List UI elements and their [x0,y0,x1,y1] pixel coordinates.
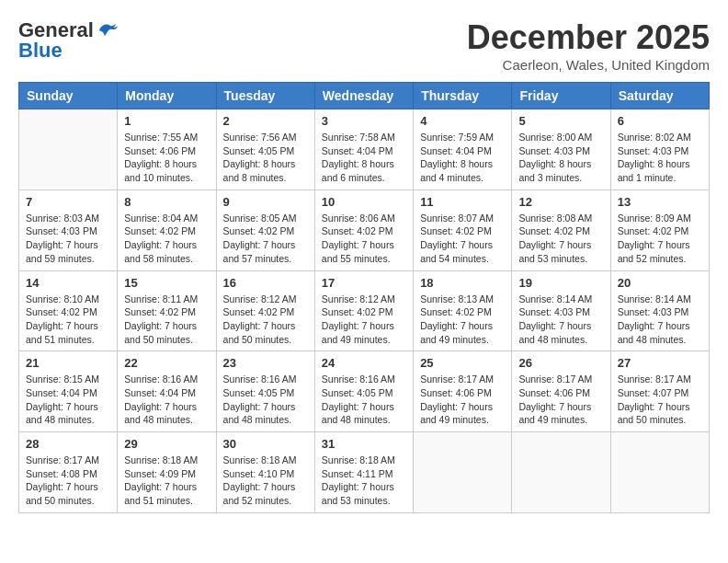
day-number: 29 [124,437,209,451]
day-number: 20 [618,276,702,290]
day-info: Sunrise: 7:55 AM Sunset: 4:06 PM Dayligh… [124,131,209,185]
day-number: 16 [223,276,308,290]
calendar-cell: 11Sunrise: 8:07 AM Sunset: 4:02 PM Dayli… [414,190,512,270]
day-info: Sunrise: 8:16 AM Sunset: 4:05 PM Dayligh… [223,373,308,427]
calendar-cell: 15Sunrise: 8:11 AM Sunset: 4:02 PM Dayli… [118,270,216,351]
day-info: Sunrise: 8:00 AM Sunset: 4:03 PM Dayligh… [518,131,603,185]
day-number: 11 [420,195,505,209]
day-info: Sunrise: 7:58 AM Sunset: 4:04 PM Dayligh… [322,131,406,185]
calendar-cell: 6Sunrise: 8:02 AM Sunset: 4:03 PM Daylig… [610,109,709,190]
calendar-cell: 23Sunrise: 8:16 AM Sunset: 4:05 PM Dayli… [216,351,314,432]
calendar-cell: 20Sunrise: 8:14 AM Sunset: 4:03 PM Dayli… [610,270,709,351]
calendar-cell: 30Sunrise: 8:18 AM Sunset: 4:10 PM Dayli… [216,432,314,513]
calendar-cell: 18Sunrise: 8:13 AM Sunset: 4:02 PM Dayli… [414,270,512,351]
calendar-cell: 1Sunrise: 7:55 AM Sunset: 4:06 PM Daylig… [118,109,216,190]
day-info: Sunrise: 8:16 AM Sunset: 4:04 PM Dayligh… [124,373,209,427]
day-info: Sunrise: 8:12 AM Sunset: 4:02 PM Dayligh… [322,293,406,347]
calendar-cell: 3Sunrise: 7:58 AM Sunset: 4:04 PM Daylig… [314,109,413,190]
weekday-header-monday: Monday [118,83,216,109]
day-info: Sunrise: 8:13 AM Sunset: 4:02 PM Dayligh… [420,293,505,347]
calendar-cell: 2Sunrise: 7:56 AM Sunset: 4:05 PM Daylig… [216,109,314,190]
day-info: Sunrise: 8:10 AM Sunset: 4:02 PM Dayligh… [26,293,110,347]
month-title: December 2025 [467,18,710,57]
logo-bird-icon [97,23,118,38]
calendar-cell: 4Sunrise: 7:59 AM Sunset: 4:04 PM Daylig… [414,109,512,190]
calendar-cell: 7Sunrise: 8:03 AM Sunset: 4:03 PM Daylig… [19,190,118,270]
calendar-header-row: SundayMondayTuesdayWednesdayThursdayFrid… [19,83,710,109]
day-info: Sunrise: 8:03 AM Sunset: 4:03 PM Dayligh… [26,212,110,266]
day-info: Sunrise: 8:11 AM Sunset: 4:02 PM Dayligh… [124,293,209,347]
calendar-cell: 28Sunrise: 8:17 AM Sunset: 4:08 PM Dayli… [19,432,118,513]
calendar-cell: 8Sunrise: 8:04 AM Sunset: 4:02 PM Daylig… [118,190,216,270]
day-info: Sunrise: 8:14 AM Sunset: 4:03 PM Dayligh… [518,293,603,347]
calendar-week-row: 7Sunrise: 8:03 AM Sunset: 4:03 PM Daylig… [19,190,710,270]
day-number: 14 [26,276,110,290]
calendar-cell: 31Sunrise: 8:18 AM Sunset: 4:11 PM Dayli… [314,432,413,513]
day-number: 21 [26,356,110,370]
weekday-header-saturday: Saturday [610,83,709,109]
day-info: Sunrise: 8:17 AM Sunset: 4:07 PM Dayligh… [618,373,702,427]
day-number: 30 [223,437,308,451]
day-number: 26 [518,356,603,370]
calendar-cell: 22Sunrise: 8:16 AM Sunset: 4:04 PM Dayli… [118,351,216,432]
day-number: 12 [518,195,603,209]
calendar-cell: 26Sunrise: 8:17 AM Sunset: 4:06 PM Dayli… [512,351,610,432]
weekday-header-thursday: Thursday [414,83,512,109]
calendar-week-row: 1Sunrise: 7:55 AM Sunset: 4:06 PM Daylig… [19,109,710,190]
calendar-cell: 9Sunrise: 8:05 AM Sunset: 4:02 PM Daylig… [216,190,314,270]
calendar-week-row: 14Sunrise: 8:10 AM Sunset: 4:02 PM Dayli… [19,270,710,351]
day-info: Sunrise: 8:04 AM Sunset: 4:02 PM Dayligh… [124,212,209,266]
day-info: Sunrise: 8:08 AM Sunset: 4:02 PM Dayligh… [518,212,603,266]
day-info: Sunrise: 8:15 AM Sunset: 4:04 PM Dayligh… [26,373,110,427]
calendar-cell [512,432,610,513]
day-number: 8 [124,195,209,209]
day-number: 3 [322,114,406,128]
day-info: Sunrise: 8:18 AM Sunset: 4:10 PM Dayligh… [223,454,308,508]
calendar-cell: 10Sunrise: 8:06 AM Sunset: 4:02 PM Dayli… [314,190,413,270]
day-number: 28 [26,437,110,451]
day-number: 4 [420,114,505,128]
title-block: December 2025 Caerleon, Wales, United Ki… [467,18,710,73]
calendar-cell [610,432,709,513]
day-number: 19 [518,276,603,290]
day-number: 13 [618,195,702,209]
day-info: Sunrise: 8:06 AM Sunset: 4:02 PM Dayligh… [322,212,406,266]
day-info: Sunrise: 8:02 AM Sunset: 4:03 PM Dayligh… [618,131,702,185]
day-number: 7 [26,195,110,209]
day-number: 5 [518,114,603,128]
calendar-week-row: 21Sunrise: 8:15 AM Sunset: 4:04 PM Dayli… [19,351,710,432]
calendar-cell: 17Sunrise: 8:12 AM Sunset: 4:02 PM Dayli… [314,270,413,351]
day-number: 1 [124,114,209,128]
weekday-header-wednesday: Wednesday [314,83,413,109]
calendar-cell: 21Sunrise: 8:15 AM Sunset: 4:04 PM Dayli… [19,351,118,432]
calendar-cell: 19Sunrise: 8:14 AM Sunset: 4:03 PM Dayli… [512,270,610,351]
calendar-cell: 25Sunrise: 8:17 AM Sunset: 4:06 PM Dayli… [414,351,512,432]
day-number: 23 [223,356,308,370]
day-info: Sunrise: 7:59 AM Sunset: 4:04 PM Dayligh… [420,131,505,185]
day-info: Sunrise: 8:17 AM Sunset: 4:06 PM Dayligh… [420,373,505,427]
day-number: 31 [322,437,406,451]
weekday-header-sunday: Sunday [19,83,118,109]
day-info: Sunrise: 8:18 AM Sunset: 4:11 PM Dayligh… [322,454,406,508]
day-info: Sunrise: 8:17 AM Sunset: 4:06 PM Dayligh… [518,373,603,427]
calendar-cell: 16Sunrise: 8:12 AM Sunset: 4:02 PM Dayli… [216,270,314,351]
calendar-cell: 12Sunrise: 8:08 AM Sunset: 4:02 PM Dayli… [512,190,610,270]
calendar-week-row: 28Sunrise: 8:17 AM Sunset: 4:08 PM Dayli… [19,432,710,513]
day-number: 10 [322,195,406,209]
calendar-cell: 13Sunrise: 8:09 AM Sunset: 4:02 PM Dayli… [610,190,709,270]
day-info: Sunrise: 8:16 AM Sunset: 4:05 PM Dayligh… [322,373,406,427]
day-info: Sunrise: 8:09 AM Sunset: 4:02 PM Dayligh… [618,212,702,266]
day-number: 27 [618,356,702,370]
logo: General Blue [18,18,118,63]
calendar-cell: 24Sunrise: 8:16 AM Sunset: 4:05 PM Dayli… [314,351,413,432]
day-number: 17 [322,276,406,290]
day-info: Sunrise: 8:07 AM Sunset: 4:02 PM Dayligh… [420,212,505,266]
day-info: Sunrise: 8:05 AM Sunset: 4:02 PM Dayligh… [223,212,308,266]
day-number: 15 [124,276,209,290]
weekday-header-tuesday: Tuesday [216,83,314,109]
calendar-table: SundayMondayTuesdayWednesdayThursdayFrid… [18,82,710,513]
calendar-cell: 29Sunrise: 8:18 AM Sunset: 4:09 PM Dayli… [118,432,216,513]
calendar-cell: 14Sunrise: 8:10 AM Sunset: 4:02 PM Dayli… [19,270,118,351]
weekday-header-friday: Friday [512,83,610,109]
calendar-cell [19,109,118,190]
